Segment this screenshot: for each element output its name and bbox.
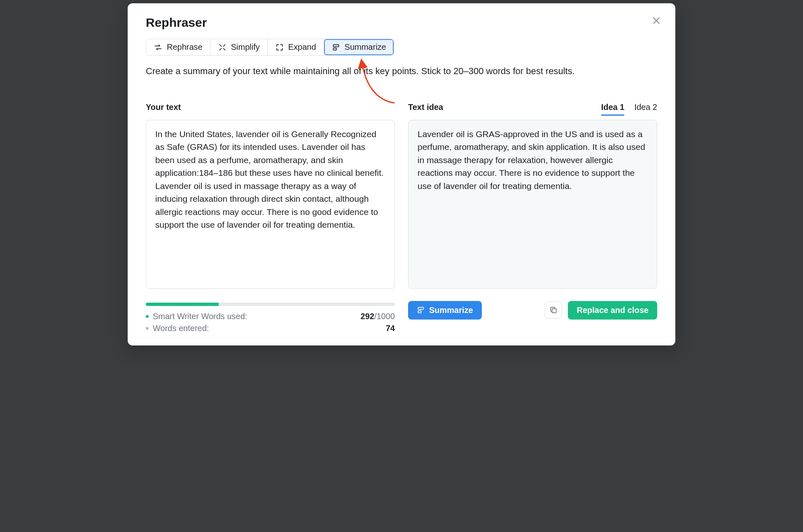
svg-rect-1 — [333, 48, 336, 50]
close-icon — [652, 16, 661, 25]
usage-progress-bar — [146, 303, 395, 306]
button-label: Summarize — [429, 306, 473, 315]
mode-tab-expand[interactable]: Expand — [268, 39, 324, 55]
copy-button[interactable] — [545, 301, 562, 319]
rephraser-modal: Rephraser Rephrase Simplify — [128, 3, 675, 345]
close-button[interactable] — [650, 14, 663, 27]
dot-icon — [146, 315, 149, 318]
summarize-icon — [417, 306, 425, 314]
result-column: Text idea Idea 1 Idea 2 Lavender oil is … — [408, 103, 657, 333]
mode-tab-label: Expand — [288, 42, 316, 52]
source-textarea[interactable] — [146, 120, 395, 289]
annotation-arrow-icon — [345, 54, 399, 107]
svg-rect-3 — [418, 311, 421, 313]
mode-description: Create a summary of your text while main… — [146, 65, 657, 78]
result-actions: Summarize Replace and close — [408, 301, 657, 320]
content-columns: Your text Smart Writer Words used: 292/1… — [146, 103, 657, 333]
svg-rect-0 — [333, 44, 338, 47]
source-column: Your text Smart Writer Words used: 292/1… — [146, 103, 395, 333]
stat-words-entered: Words entered: 74 — [146, 324, 395, 333]
summarize-icon — [331, 43, 341, 52]
copy-icon — [549, 306, 558, 314]
simplify-icon — [218, 43, 227, 52]
button-label: Replace and close — [577, 306, 649, 315]
svg-rect-4 — [552, 309, 556, 313]
mode-tab-simplify[interactable]: Simplify — [210, 39, 268, 55]
replace-close-button[interactable]: Replace and close — [568, 301, 657, 320]
mode-tab-label: Simplify — [231, 42, 260, 52]
mode-tab-group: Rephrase Simplify Expand — [146, 39, 394, 56]
usage-stats: Smart Writer Words used: 292/1000 Words … — [146, 303, 395, 333]
dot-icon — [146, 327, 149, 330]
summarize-button[interactable]: Summarize — [408, 301, 482, 320]
source-label: Your text — [146, 103, 181, 112]
result-textbox[interactable]: Lavender oil is GRAS-approved in the US … — [408, 120, 657, 289]
modal-title: Rephraser — [146, 16, 657, 30]
svg-rect-2 — [418, 308, 423, 310]
idea-tab-2[interactable]: Idea 2 — [634, 103, 657, 116]
idea-tab-1[interactable]: Idea 1 — [601, 103, 625, 116]
mode-tab-rephrase[interactable]: Rephrase — [146, 39, 210, 55]
stat-words-used: Smart Writer Words used: 292/1000 — [146, 312, 395, 321]
usage-progress-fill — [146, 303, 219, 306]
result-label: Text idea — [408, 103, 443, 112]
mode-tab-summarize[interactable]: Summarize — [324, 39, 394, 55]
idea-tab-group: Idea 1 Idea 2 — [601, 103, 657, 116]
mode-tab-label: Summarize — [345, 42, 386, 52]
mode-tab-label: Rephrase — [167, 42, 203, 52]
rephrase-icon — [154, 43, 163, 52]
expand-icon — [275, 43, 284, 52]
